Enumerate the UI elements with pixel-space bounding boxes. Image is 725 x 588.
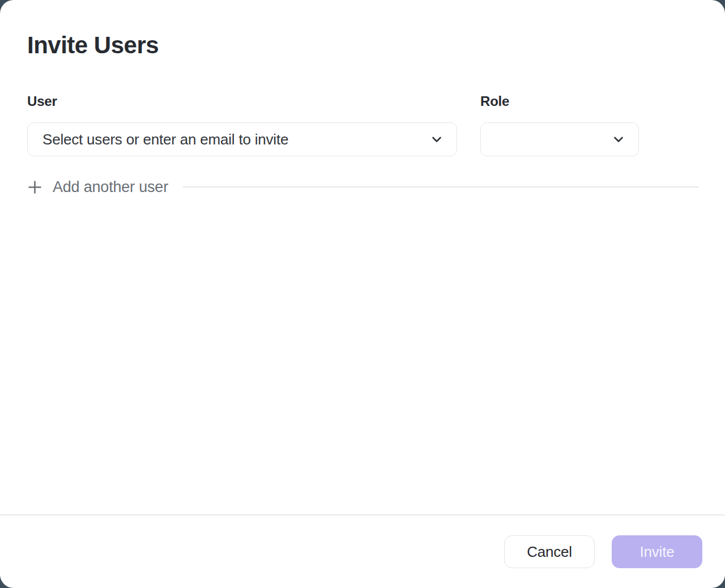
modal-body: Invite Users User Select users or enter … [0,0,725,514]
chevron-down-icon [430,133,443,146]
invite-form-row: User Select users or enter an email to i… [27,93,699,156]
plus-icon [27,180,42,195]
role-label: Role [480,93,639,109]
user-select[interactable]: Select users or enter an email to invite [27,122,457,156]
user-select-placeholder: Select users or enter an email to invite [42,131,430,148]
user-field-group: User Select users or enter an email to i… [27,93,457,156]
cancel-button[interactable]: Cancel [504,535,595,568]
role-select[interactable] [480,122,639,156]
add-another-user-label: Add another user [53,178,168,196]
invite-users-modal: Invite Users User Select users or enter … [0,0,725,588]
modal-footer: Cancel Invite [0,514,725,588]
add-another-user-button[interactable]: Add another user [27,178,168,196]
divider [183,186,699,188]
user-label: User [27,93,457,109]
page-title: Invite Users [27,32,699,58]
chevron-down-icon [612,133,625,146]
invite-button[interactable]: Invite [612,535,702,568]
role-field-group: Role [480,93,639,156]
empty-content-area [27,203,699,514]
add-another-row: Add another user [27,171,699,203]
